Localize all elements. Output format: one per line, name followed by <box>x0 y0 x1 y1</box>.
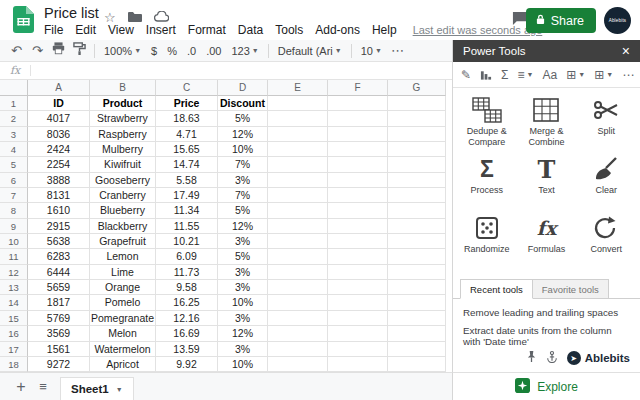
cell-C5[interactable]: 14.74 <box>156 157 218 172</box>
cell-D9[interactable]: 12% <box>218 219 268 234</box>
column-header-B[interactable]: B <box>90 80 156 96</box>
cell-A8[interactable]: 1610 <box>28 203 90 218</box>
cell-E7[interactable] <box>268 188 328 203</box>
add-sheet-icon[interactable]: + <box>10 378 32 396</box>
tool-convert[interactable]: Convert <box>576 212 636 271</box>
cell-C4[interactable]: 15.65 <box>156 142 218 157</box>
cell-B17[interactable]: Watermelon <box>90 342 156 357</box>
cell-B18[interactable]: Apricot <box>90 357 156 372</box>
cell-A7[interactable]: 8131 <box>28 188 90 203</box>
row-header-16[interactable]: 16 <box>0 326 28 341</box>
cell-C7[interactable]: 17.49 <box>156 188 218 203</box>
tool-formulas[interactable]: fxFormulas <box>517 212 577 271</box>
row-header-10[interactable]: 10 <box>0 234 28 249</box>
cell-C18[interactable]: 9.92 <box>156 357 218 372</box>
cell-D13[interactable]: 3% <box>218 280 268 295</box>
row-header-18[interactable]: 18 <box>0 357 28 372</box>
cell-A13[interactable]: 5659 <box>28 280 90 295</box>
cell-F13[interactable] <box>328 280 388 295</box>
tab-recent-tools[interactable]: Recent tools <box>460 279 533 299</box>
cell-G10[interactable] <box>388 234 446 249</box>
cell-D15[interactable]: 3% <box>218 311 268 326</box>
cell-G5[interactable] <box>388 157 446 172</box>
cell-A14[interactable]: 1817 <box>28 295 90 310</box>
cell-D6[interactable]: 3% <box>218 173 268 188</box>
cell-E9[interactable] <box>268 219 328 234</box>
cell-D18[interactable]: 10% <box>218 357 268 372</box>
zoom-select[interactable]: 100% ▼ <box>99 45 146 57</box>
number-format-button[interactable]: 123▼ <box>226 45 263 57</box>
cell-B5[interactable]: Kiwifruit <box>90 157 156 172</box>
cell-C1[interactable]: Price <box>156 96 218 111</box>
percent-format-button[interactable]: % <box>162 45 182 57</box>
cell-B15[interactable]: Pomegranate <box>90 311 156 326</box>
share-button[interactable]: Share <box>526 8 596 33</box>
cell-E18[interactable] <box>268 357 328 372</box>
menu-tools[interactable]: Tools <box>269 22 309 38</box>
cell-F11[interactable] <box>328 249 388 264</box>
cell-C14[interactable]: 16.25 <box>156 295 218 310</box>
cell-G15[interactable] <box>388 311 446 326</box>
account-avatar[interactable]: Ablebits <box>604 7 631 34</box>
cell-E12[interactable] <box>268 265 328 280</box>
cell-F14[interactable] <box>328 295 388 310</box>
cell-E8[interactable] <box>268 203 328 218</box>
menu-insert[interactable]: Insert <box>140 22 182 38</box>
font-family-select[interactable]: Default (Ari ▼ <box>273 45 347 57</box>
row-header-6[interactable]: 6 <box>0 173 28 188</box>
menu-help[interactable]: Help <box>366 22 403 38</box>
cell-E5[interactable] <box>268 157 328 172</box>
increase-decimals-button[interactable]: .00 <box>201 45 226 57</box>
list-tool-icon[interactable]: ≡▼ <box>513 66 537 84</box>
row-header-3[interactable]: 3 <box>0 127 28 142</box>
menu-add-ons[interactable]: Add-ons <box>309 22 366 38</box>
cell-C11[interactable]: 6.09 <box>156 249 218 264</box>
row-header-5[interactable]: 5 <box>0 157 28 172</box>
cell-G18[interactable] <box>388 357 446 372</box>
cell-D2[interactable]: 5% <box>218 111 268 126</box>
cell-D17[interactable]: 3% <box>218 342 268 357</box>
cell-F1[interactable] <box>328 96 388 111</box>
row-header-11[interactable]: 11 <box>0 249 28 264</box>
cell-F6[interactable] <box>328 173 388 188</box>
row-header-4[interactable]: 4 <box>0 142 28 157</box>
cell-C3[interactable]: 4.71 <box>156 127 218 142</box>
cell-F5[interactable] <box>328 157 388 172</box>
cell-A18[interactable]: 9272 <box>28 357 90 372</box>
cell-A12[interactable]: 6444 <box>28 265 90 280</box>
cell-F7[interactable] <box>328 188 388 203</box>
document-title[interactable]: Price list <box>44 5 99 21</box>
tool-clear[interactable]: Clear <box>576 153 636 212</box>
cell-A2[interactable]: 4017 <box>28 111 90 126</box>
cell-E2[interactable] <box>268 111 328 126</box>
menu-data[interactable]: Data <box>232 22 269 38</box>
cell-G11[interactable] <box>388 249 446 264</box>
cell-A1[interactable]: ID <box>28 96 90 111</box>
cell-E11[interactable] <box>268 249 328 264</box>
recent-tool-item[interactable]: Remove leading and trailing spaces <box>453 301 640 319</box>
column-header-D[interactable]: D <box>218 80 268 96</box>
cell-B8[interactable]: Blueberry <box>90 203 156 218</box>
cell-F3[interactable] <box>328 127 388 142</box>
cell-A3[interactable]: 8036 <box>28 127 90 142</box>
cell-F10[interactable] <box>328 234 388 249</box>
font-size-select[interactable]: 10 ▼ <box>356 45 387 57</box>
row-header-15[interactable]: 15 <box>0 311 28 326</box>
cell-B16[interactable]: Melon <box>90 326 156 341</box>
recent-tool-item[interactable]: Extract date units from the column with … <box>453 319 640 348</box>
row-header-17[interactable]: 17 <box>0 342 28 357</box>
cell-B6[interactable]: Gooseberry <box>90 173 156 188</box>
column-header-F[interactable]: F <box>328 80 388 96</box>
menu-file[interactable]: File <box>38 22 69 38</box>
more-toolbar-icon[interactable]: ⋯ <box>387 41 408 61</box>
cell-C16[interactable]: 16.69 <box>156 326 218 341</box>
cell-A10[interactable]: 5638 <box>28 234 90 249</box>
menu-format[interactable]: Format <box>182 22 232 38</box>
cell-G7[interactable] <box>388 188 446 203</box>
cell-G16[interactable] <box>388 326 446 341</box>
cell-C9[interactable]: 11.55 <box>156 219 218 234</box>
cell-A9[interactable]: 2915 <box>28 219 90 234</box>
column-header-A[interactable]: A <box>28 80 90 96</box>
currency-format-button[interactable]: $ <box>146 45 162 57</box>
cell-A6[interactable]: 3888 <box>28 173 90 188</box>
